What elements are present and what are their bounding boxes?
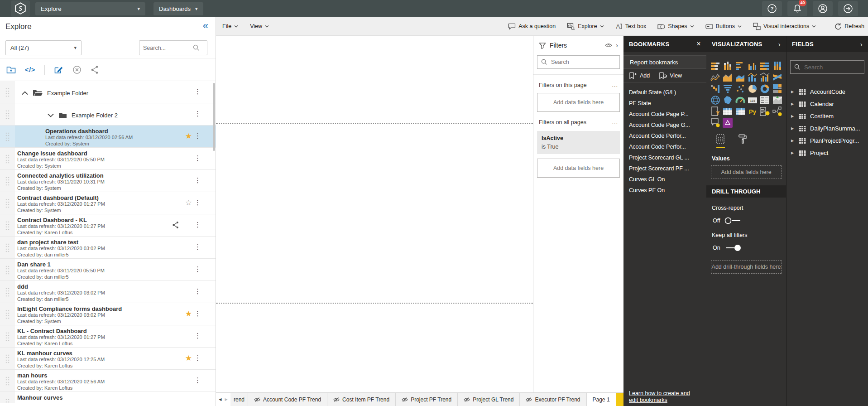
page-tab-account-code-pf-trend[interactable]: Account Code PF Trend	[248, 393, 327, 406]
kebab-menu-icon[interactable]: ⋮	[194, 87, 201, 96]
card-icon[interactable]: 123	[747, 95, 758, 105]
field-table-costitem[interactable]: ▶CostItem	[786, 110, 868, 122]
close-icon[interactable]: ×	[696, 40, 701, 48]
expand-arrow-icon[interactable]: ▶	[791, 126, 795, 130]
drag-handle[interactable]	[0, 170, 15, 192]
multi-row-card-icon[interactable]	[759, 95, 771, 105]
add-data-fields-dropzone[interactable]: Add data fields here	[537, 93, 620, 112]
dashboard-search-input[interactable]	[143, 45, 193, 51]
kebab-menu-icon[interactable]: ⋮	[194, 198, 201, 207]
line-and-stacked-column-chart-icon[interactable]	[747, 72, 758, 82]
field-table-planprojectprogr[interactable]: ▶PlanProjectProgr...	[786, 135, 868, 147]
list-scrollbar[interactable]	[213, 83, 215, 151]
folder-row[interactable]: Example Folder⋮	[0, 81, 216, 103]
field-table-project[interactable]: ▶Project	[786, 147, 868, 159]
funnel-chart-icon[interactable]	[722, 84, 734, 94]
kebab-menu-icon[interactable]: ⋮	[194, 243, 201, 251]
filled-map-icon[interactable]	[722, 95, 734, 105]
dashboard-list-item[interactable]: Manhour curves	[0, 392, 216, 403]
scope-filter-dropdown[interactable]: All (27) ▾	[5, 40, 82, 55]
treemap-icon[interactable]	[772, 84, 783, 94]
bookmark-item[interactable]: PF State	[623, 98, 706, 109]
slicer-icon[interactable]	[710, 106, 721, 116]
edit-button[interactable]	[54, 65, 63, 74]
notifications-button[interactable]: 40	[787, 1, 807, 16]
100-stacked-bar-chart-icon[interactable]	[759, 61, 771, 71]
eye-icon[interactable]	[605, 43, 612, 48]
area-chart-icon[interactable]	[722, 72, 734, 82]
add-data-fields-dropzone[interactable]: Add data fields here	[711, 165, 782, 179]
clustered-column-chart-icon[interactable]	[747, 61, 758, 71]
pie-chart-icon[interactable]	[747, 84, 758, 94]
tab-scroll-left-icon[interactable]: ◀	[219, 397, 221, 401]
page-tab-page-1[interactable]: Page 1	[587, 393, 616, 406]
tab-fields[interactable]	[716, 134, 725, 148]
ribbon-chart-icon[interactable]	[772, 72, 783, 82]
help-button[interactable]: ?	[762, 1, 782, 16]
drag-handle[interactable]	[0, 281, 15, 303]
collapse-pane-chevron-icon[interactable]: ›	[778, 40, 781, 48]
refresh-button[interactable]: Refresh	[834, 23, 864, 30]
favorite-star-icon[interactable]: ★	[185, 309, 192, 319]
matrix-icon[interactable]	[734, 106, 746, 116]
file-menu[interactable]: File	[222, 23, 238, 29]
dashboard-list-item[interactable]: InEight Compliance forms dashboardLast d…	[0, 303, 216, 325]
bookmark-item[interactable]: Curves PF On	[623, 185, 706, 196]
waterfall-chart-icon[interactable]	[710, 84, 721, 94]
kebab-menu-icon[interactable]: ⋮	[194, 221, 201, 229]
expand-arrow-icon[interactable]: ▶	[791, 114, 795, 118]
dashboard-search[interactable]	[139, 40, 207, 55]
kebab-menu-icon[interactable]: ⋮	[194, 110, 201, 118]
decomposition-tree-icon[interactable]	[772, 106, 783, 116]
report-canvas[interactable]	[216, 36, 533, 392]
fields-search[interactable]	[790, 60, 864, 74]
collapse-filters-chevron-icon[interactable]: ›	[616, 42, 618, 49]
expand-arrow-icon[interactable]: ▶	[791, 102, 795, 106]
drag-handle[interactable]	[0, 348, 15, 369]
drag-handle[interactable]	[0, 192, 15, 214]
kebab-menu-icon[interactable]: ⋮	[194, 265, 201, 273]
field-table-calendar[interactable]: ▶Calendar	[786, 98, 868, 110]
section-menu-dropdown[interactable]: Dashboards ▾	[153, 2, 203, 15]
expand-arrow-icon[interactable]: ▶	[791, 139, 795, 143]
stacked-area-chart-icon[interactable]	[734, 72, 746, 82]
dashboard-list-item[interactable]: man hoursLast data refresh: 03/12/2020 0…	[0, 370, 216, 392]
line-and-clustered-column-chart-icon[interactable]	[759, 72, 771, 82]
app-menu-dropdown[interactable]: Explore ▾	[35, 2, 145, 15]
field-table-dailyplansumma[interactable]: ▶DailyPlanSumma...	[786, 122, 868, 135]
ask-a-question-button[interactable]: Ask a question	[508, 23, 556, 30]
tab-format[interactable]	[738, 134, 747, 148]
favorite-star-outline-icon[interactable]: ☆	[185, 198, 192, 208]
kebab-menu-icon[interactable]: ⋮	[194, 176, 201, 184]
drag-handle[interactable]	[0, 303, 15, 325]
share-button[interactable]	[91, 65, 99, 74]
dashboard-list-item[interactable]: Contract Dashboard - KLLast data refresh…	[0, 214, 216, 237]
drag-handle[interactable]	[0, 370, 15, 392]
kebab-menu-icon[interactable]: ⋮	[194, 332, 201, 340]
add-bookmark-button[interactable]: Add	[629, 72, 650, 79]
page-tab-project-pf-trend[interactable]: Project PF Trend	[396, 393, 458, 406]
gauge-icon[interactable]	[734, 95, 746, 105]
dashboard-list-item[interactable]: Contract dashboard (Default)Last data re…	[0, 192, 216, 214]
100-stacked-column-chart-icon[interactable]	[772, 61, 783, 71]
drag-handle[interactable]	[0, 237, 15, 258]
python-visual-icon[interactable]: Py	[747, 106, 758, 116]
dashboard-list-item[interactable]: dan project share testLast data refresh:…	[0, 237, 216, 259]
drag-handle[interactable]	[0, 325, 15, 347]
clustered-bar-chart-icon[interactable]	[734, 61, 746, 71]
bookmark-item[interactable]: Account Code Page G...	[623, 120, 706, 130]
drag-handle[interactable]	[0, 392, 15, 403]
add-folder-button[interactable]	[6, 65, 16, 74]
bookmarks-help-link[interactable]: Learn how to create and edit bookmarks	[629, 390, 700, 404]
view-bookmarks-button[interactable]: View	[659, 72, 682, 79]
favorite-star-icon[interactable]: ★	[185, 131, 192, 141]
buttons-menu[interactable]: Buttons	[705, 23, 742, 30]
shared-icon[interactable]	[172, 221, 179, 229]
dashboard-list-item[interactable]: Operations dashboardLast data refresh: 0…	[0, 126, 216, 148]
fields-search-input[interactable]	[804, 64, 858, 71]
bookmark-item[interactable]: Default State (G/L)	[623, 87, 706, 98]
scatter-chart-icon[interactable]	[734, 84, 746, 94]
dashboard-list-item[interactable]: KL - Contract DashboardLast data refresh…	[0, 325, 216, 348]
sign-out-button[interactable]	[838, 1, 858, 16]
map-icon[interactable]	[710, 95, 721, 105]
